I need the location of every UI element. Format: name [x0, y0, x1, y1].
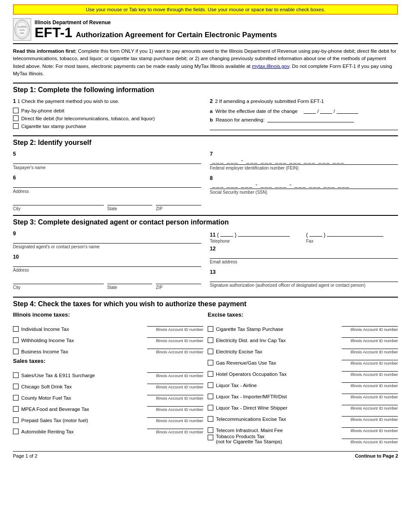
prepaid-sales-input[interactable]: [147, 412, 203, 418]
direct-file-checkbox[interactable]: [13, 115, 19, 121]
withholding-income-acct-label: Illinois Account ID number: [147, 338, 203, 343]
fein-input[interactable]: ___ ___ - ___ ___ ___ ___ ___ ___ ___: [210, 157, 398, 165]
auto-renting-acct-label: Illinois Account ID number: [147, 429, 203, 434]
business-income-acct-label: Illinois Account ID number: [147, 349, 203, 354]
tel-number-input[interactable]: [238, 231, 290, 237]
liquor-airline-input[interactable]: [342, 377, 398, 383]
telecom-excise-checkbox[interactable]: [208, 416, 213, 422]
business-income-input[interactable]: [147, 343, 203, 349]
tobacco-products-acct-label: Illinois Account ID number: [342, 439, 398, 444]
reason-field-2[interactable]: [210, 124, 398, 130]
auto-renting-input[interactable]: [147, 423, 203, 429]
income-title: Illinois income taxes:: [13, 311, 203, 318]
sales-use-account: Illinois Account ID number: [147, 367, 203, 378]
agent-address-input[interactable]: [13, 260, 201, 267]
tobacco-products-input[interactable]: [342, 433, 398, 439]
mpea-account: Illinois Account ID number: [147, 401, 203, 412]
ssn-input[interactable]: ___ ___ ___ - ___ ___ - ___ ___ ___ ___: [210, 181, 398, 189]
electricity-excise-input[interactable]: [342, 343, 398, 349]
auto-renting-account: Illinois Account ID number: [147, 423, 203, 434]
mpea-input[interactable]: [147, 401, 203, 407]
prepaid-sales-checkbox[interactable]: [13, 417, 19, 423]
chicago-soft-drink-input[interactable]: [147, 378, 203, 384]
hotel-operators-input[interactable]: [342, 365, 398, 372]
step3-right: 11 ( ) Telephone ( ) Fax 12 E: [210, 231, 398, 292]
mytax-link[interactable]: mytax.illinois.gov: [252, 64, 289, 69]
signature-input[interactable]: [210, 275, 398, 282]
telecom-infra-input[interactable]: [342, 422, 398, 428]
agent-name-input[interactable]: [13, 237, 201, 244]
mpea-checkbox[interactable]: [13, 406, 19, 412]
tobacco-products-checkbox[interactable]: [208, 435, 213, 440]
date-year-field[interactable]: [337, 108, 358, 114]
liquor-wine-acct-label: Illinois Account ID number: [342, 406, 398, 410]
state-input[interactable]: [107, 199, 153, 205]
agent-state-input[interactable]: [107, 277, 153, 284]
address-input[interactable]: [13, 181, 201, 188]
taxpayer-name-input[interactable]: [13, 157, 201, 164]
liquor-importer-account: Illinois Account ID number: [342, 388, 398, 399]
liquor-wine-checkbox[interactable]: [208, 405, 213, 410]
telecom-excise-input[interactable]: [342, 410, 398, 417]
svg-text:SEAL: SEAL: [20, 32, 25, 34]
pay-by-phone-checkbox[interactable]: [13, 108, 19, 113]
ssn-label: Social Security number (SSN): [210, 190, 267, 195]
pay-by-phone-option[interactable]: Pay-by-phone debit: [13, 108, 201, 113]
zip-input[interactable]: [156, 199, 201, 205]
individual-income-input[interactable]: [147, 320, 203, 327]
hotel-operators-account: Illinois Account ID number: [342, 365, 398, 377]
gas-revenue-checkbox[interactable]: [208, 360, 213, 365]
sales-use-checkbox[interactable]: [13, 372, 19, 378]
gas-revenue-acct-label: Illinois Account ID number: [342, 361, 398, 365]
fax-number-input[interactable]: [327, 231, 383, 237]
auto-renting-row: Automobile Renting Tax Illinois Account …: [13, 423, 203, 434]
email-label: Email address: [210, 260, 237, 264]
city-field: City: [13, 199, 104, 212]
gas-revenue-label: Gas Revenue/Gas Use Tax: [216, 360, 342, 365]
auto-renting-checkbox[interactable]: [13, 429, 19, 434]
fax-area-input[interactable]: [309, 231, 322, 237]
business-income-checkbox[interactable]: [13, 349, 19, 354]
individual-income-checkbox[interactable]: [13, 326, 19, 332]
cigarette-stamp-input[interactable]: [342, 320, 398, 327]
sales-use-input[interactable]: [147, 367, 203, 373]
state-label: State: [107, 206, 117, 211]
liquor-importer-input[interactable]: [342, 388, 398, 394]
liquor-airline-checkbox[interactable]: [208, 382, 213, 388]
reason-field[interactable]: [267, 116, 354, 122]
liquor-importer-checkbox[interactable]: [208, 394, 213, 399]
telecom-infra-account: Illinois Account ID number: [342, 422, 398, 433]
cigarette-option[interactable]: Cigarette tax stamp purchase: [13, 123, 201, 129]
telephone-field: 11 ( ) Telephone: [210, 231, 302, 244]
date-month-field[interactable]: [304, 108, 316, 114]
cigarette-checkbox[interactable]: [13, 123, 19, 129]
electricity-excise-checkbox[interactable]: [208, 349, 213, 354]
taxpayer-name-field: 5 Taxpayer's name: [13, 151, 201, 170]
agent-state-field: State: [107, 277, 153, 290]
electricity-dist-label: Electricity Dist. and Inv Cap Tax: [216, 338, 342, 343]
agent-state-label: State: [107, 285, 117, 290]
agent-zip-input[interactable]: [156, 277, 201, 284]
taxpayer-name-label: Taxpayer's name: [13, 165, 45, 170]
liquor-wine-input[interactable]: [342, 399, 398, 405]
city-input[interactable]: [13, 199, 104, 205]
telecom-infra-checkbox[interactable]: [208, 427, 213, 433]
fein-label: Federal employer identification number (…: [210, 166, 299, 170]
agent-name-field: 9 Designated agent's or contact person's…: [13, 231, 201, 250]
tel-area-input[interactable]: [220, 231, 233, 237]
gas-revenue-input[interactable]: [342, 354, 398, 360]
hotel-operators-checkbox[interactable]: [208, 371, 213, 377]
ssn-field: 8 ___ ___ ___ - ___ ___ - ___ ___ ___ __…: [210, 175, 398, 195]
electricity-dist-input[interactable]: [342, 332, 398, 338]
date-day-field[interactable]: [320, 108, 332, 114]
withholding-income-input[interactable]: [147, 332, 203, 338]
chicago-soft-drink-checkbox[interactable]: [13, 384, 19, 389]
agent-city-input[interactable]: [13, 277, 104, 284]
county-motor-fuel-checkbox[interactable]: [13, 395, 19, 401]
email-input[interactable]: [210, 252, 398, 259]
county-motor-fuel-input[interactable]: [147, 389, 203, 395]
withholding-income-checkbox[interactable]: [13, 337, 19, 343]
electricity-dist-checkbox[interactable]: [208, 337, 213, 343]
direct-file-option[interactable]: Direct file debit (for telecommunication…: [13, 115, 201, 121]
cigarette-stamp-checkbox[interactable]: [208, 326, 213, 332]
